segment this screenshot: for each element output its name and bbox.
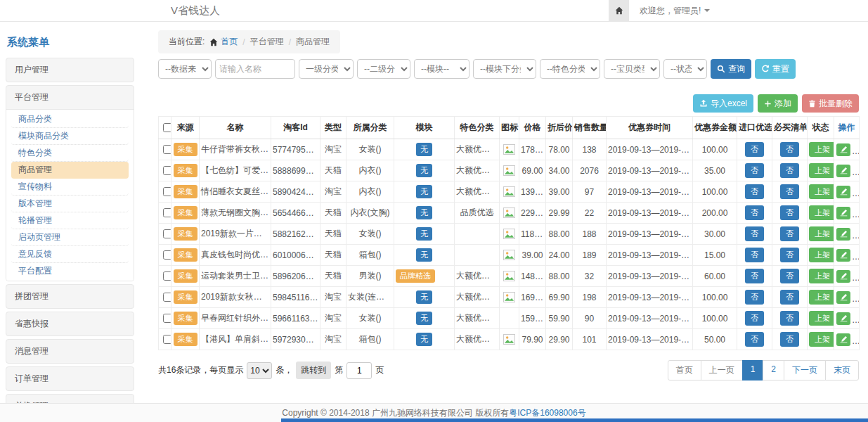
sidebar-subitem[interactable]: 平台配置 (11, 263, 129, 279)
edit-button[interactable] (836, 291, 850, 304)
must-buy-toggle[interactable]: 否 (780, 332, 799, 347)
page-button[interactable]: 末页 (825, 360, 859, 381)
import-select-toggle[interactable]: 否 (745, 184, 764, 199)
edit-button[interactable] (836, 207, 850, 219)
status-button[interactable]: 上架 (809, 332, 834, 347)
page-number-input[interactable] (346, 362, 372, 379)
import-select-toggle[interactable]: 否 (745, 311, 764, 326)
edit-button[interactable] (836, 228, 850, 241)
row-checkbox[interactable] (163, 187, 171, 196)
sidebar-section-heading[interactable]: 拼团管理 (6, 285, 134, 308)
filter-feature-category[interactable]: --特色分类-- (540, 59, 600, 79)
must-buy-toggle[interactable]: 否 (780, 226, 799, 241)
page-button[interactable]: 2 (763, 360, 784, 381)
sidebar-subitem[interactable]: 宣传物料 (11, 179, 129, 196)
import-select-toggle[interactable]: 否 (745, 226, 764, 241)
status-button[interactable]: 上架 (809, 163, 834, 178)
product-category: 女装() (346, 139, 394, 160)
page-button[interactable]: 上一页 (701, 360, 743, 381)
edit-button[interactable] (836, 143, 850, 156)
sidebar-subitem[interactable]: 意见反馈 (11, 246, 129, 263)
must-buy-toggle[interactable]: 否 (780, 163, 799, 178)
must-buy-toggle[interactable]: 否 (780, 290, 799, 305)
filter-module[interactable]: --模块-- (414, 59, 469, 79)
page-button[interactable]: 下一页 (784, 360, 826, 381)
must-buy-toggle[interactable]: 否 (780, 311, 799, 326)
home-button[interactable] (609, 0, 629, 21)
edit-button[interactable] (836, 270, 850, 283)
select-all-checkbox[interactable] (163, 123, 171, 132)
icp-link[interactable]: 粤ICP备16098006号 (509, 407, 585, 419)
filter-level1-category[interactable]: 一级分类 (299, 59, 354, 79)
sidebar-subitem[interactable]: 启动页管理 (11, 229, 129, 246)
row-checkbox[interactable] (163, 208, 171, 217)
status-button[interactable]: 上架 (809, 142, 834, 157)
jump-button[interactable]: 跳转到 (296, 362, 331, 379)
source-badge: 采集 (174, 143, 197, 155)
import-select-toggle[interactable]: 否 (745, 248, 764, 262)
import-select-toggle[interactable]: 否 (745, 142, 764, 157)
price: 169.90 (519, 287, 546, 308)
product-thumbnail-icon (503, 334, 515, 345)
must-buy-toggle[interactable]: 否 (780, 248, 799, 262)
status-button[interactable]: 上架 (809, 290, 834, 305)
sidebar-subitem[interactable]: 轮播管理 (11, 212, 129, 229)
row-checkbox[interactable] (163, 229, 171, 238)
import-select-toggle[interactable]: 否 (745, 332, 764, 347)
status-button[interactable]: 上架 (809, 311, 834, 326)
filter-level2-category[interactable]: --二级分类-- (357, 59, 410, 79)
product-name: 2019新款女秋薄款... (200, 287, 271, 308)
filter-status[interactable]: --状态-- (663, 59, 707, 79)
batch-delete-button[interactable]: 批量删除 (802, 94, 859, 113)
per-page-select[interactable]: 10 (247, 362, 272, 379)
edit-button[interactable] (836, 249, 850, 262)
add-button[interactable]: 添加 (758, 94, 798, 113)
import-select-toggle[interactable]: 否 (745, 269, 764, 283)
edit-button[interactable] (836, 333, 850, 346)
sidebar-subitem[interactable]: 特色分类 (11, 145, 129, 162)
row-checkbox[interactable] (163, 335, 171, 344)
must-buy-toggle[interactable]: 否 (780, 184, 799, 199)
sidebar-section-heading[interactable]: 用户管理 (6, 58, 134, 82)
import-select-toggle[interactable]: 否 (745, 205, 764, 220)
breadcrumb-home-link[interactable]: 首页 (209, 36, 238, 48)
filter-name-search[interactable] (215, 59, 295, 79)
status-button[interactable]: 上架 (809, 269, 834, 283)
row-checkbox[interactable] (163, 145, 171, 154)
sidebar-subitem[interactable]: 商品管理 (11, 162, 129, 179)
reset-button[interactable]: 重置 (755, 59, 796, 79)
edit-button[interactable] (836, 165, 850, 177)
must-buy-toggle[interactable]: 否 (780, 142, 799, 157)
filter-data-source[interactable]: --数据来源-- (158, 59, 212, 79)
page-button[interactable]: 1 (742, 360, 764, 381)
user-menu[interactable]: 欢迎您，管理员! (629, 0, 720, 21)
status-button[interactable]: 上架 (809, 226, 834, 241)
must-buy-toggle[interactable]: 否 (780, 205, 799, 220)
sidebar-section-heading[interactable]: 消息管理 (6, 340, 134, 363)
import-excel-button[interactable]: 导入excel (693, 94, 753, 113)
edit-button[interactable] (836, 186, 850, 198)
filter-module-subcategory[interactable]: --模块下分类-- (473, 59, 536, 79)
import-select-toggle[interactable]: 否 (745, 290, 764, 305)
sidebar-section-heading[interactable]: 订单管理 (6, 367, 134, 390)
row-checkbox[interactable] (163, 293, 171, 302)
sidebar-subitem[interactable]: 商品分类 (11, 111, 129, 128)
status-button[interactable]: 上架 (809, 184, 834, 199)
row-checkbox[interactable] (163, 271, 171, 281)
sidebar-section-heading[interactable]: 省惠快报 (6, 312, 134, 335)
filter-item-type[interactable]: --宝贝类型-- (604, 59, 660, 79)
sidebar-section-heading[interactable]: 平台管理 (6, 86, 134, 109)
query-button[interactable]: 查询 (711, 59, 751, 79)
must-buy-toggle[interactable]: 否 (780, 269, 799, 283)
row-checkbox[interactable] (163, 250, 171, 260)
row-checkbox[interactable] (163, 314, 171, 323)
sidebar-subitem[interactable]: 模块商品分类 (11, 128, 129, 145)
row-select-cell (159, 224, 171, 245)
edit-button[interactable] (836, 312, 850, 325)
status-button[interactable]: 上架 (809, 205, 834, 220)
import-select-toggle[interactable]: 否 (745, 163, 764, 178)
status-button[interactable]: 上架 (809, 248, 834, 262)
page-button[interactable]: 首页 (668, 360, 701, 381)
sidebar-subitem[interactable]: 版本管理 (11, 196, 129, 212)
row-checkbox[interactable] (163, 166, 171, 175)
